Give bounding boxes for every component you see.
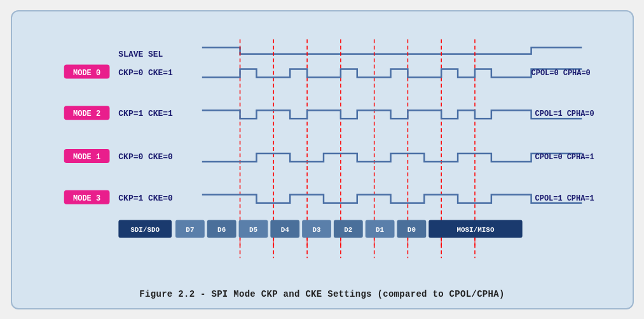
mode2-badge: MODE 2 <box>73 110 100 118</box>
mode2-right: CPOL=1 CPHA=0 <box>535 110 594 118</box>
main-container: text.label { font-family: 'Courier New',… <box>11 10 634 309</box>
waveform-area: text.label { font-family: 'Courier New',… <box>25 23 620 284</box>
figure-caption: Figure 2.2 - SPI Mode CKP and CKE Settin… <box>25 284 620 299</box>
slave-sel-label: SLAVE SEL <box>118 49 163 59</box>
mode1-badge: MODE 1 <box>73 152 100 161</box>
mode3-badge: MODE 3 <box>73 194 100 202</box>
d1-label: D1 <box>376 226 385 234</box>
mode0-params: CKP=0 CKE=1 <box>118 67 173 77</box>
d6-label: D6 <box>217 226 226 234</box>
d5-label: D5 <box>249 226 257 234</box>
d7-label: D7 <box>186 226 194 234</box>
mode2-params: CKP=1 CKE=1 <box>118 109 173 118</box>
mosi-miso-label: MOSI/MISO <box>456 226 495 234</box>
d4-label: D4 <box>280 226 289 234</box>
d0-label: D0 <box>407 226 415 234</box>
sdi-sdo-label: SDI/SDO <box>130 226 160 234</box>
mode0-right: CPOL=0 CPHA=0 <box>531 68 590 77</box>
d3-label: D3 <box>312 226 321 234</box>
mode1-right: CPOL=0 CPHA=1 <box>535 152 594 161</box>
d2-label: D2 <box>344 226 352 234</box>
mode0-badge: MODE 0 <box>73 68 100 77</box>
mode3-params: CKP=1 CKE=0 <box>118 193 173 202</box>
mode1-params: CKP=0 CKE=0 <box>118 152 173 161</box>
mode3-right: CPOL=1 CPHA=1 <box>535 194 594 202</box>
